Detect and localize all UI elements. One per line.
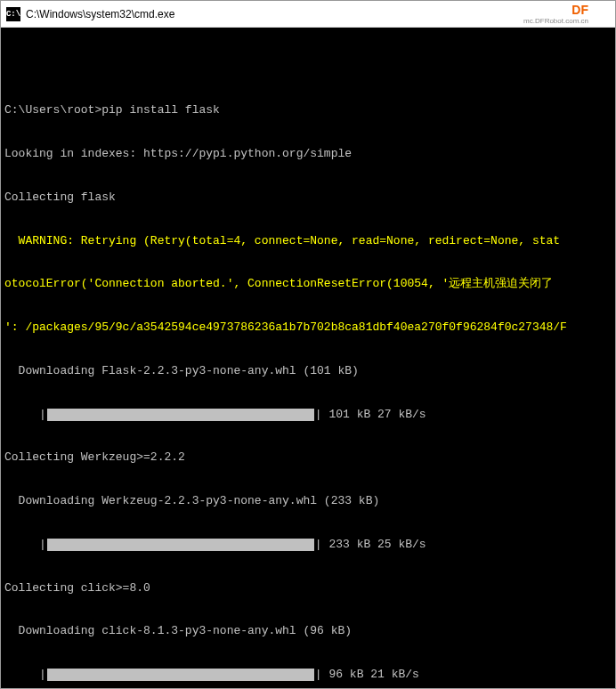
output-line: Looking in indexes: https://pypi.python.… (4, 147, 612, 161)
progress-text: 101 kB 27 kB/s (322, 408, 426, 422)
output-line: Downloading Werkzeug-2.2.3-py3-none-any.… (4, 494, 612, 508)
watermark-df: DF (523, 3, 588, 17)
output-line: Collecting Werkzeug>=2.2.2 (4, 450, 612, 465)
progress-row: | | 233 kB 25 kB/s (4, 538, 612, 552)
blank-line (4, 61, 612, 75)
cmd-window: C:\ C:\Windows\system32\cmd.exe DF mc.DF… (0, 0, 616, 689)
progress-pipe: | (315, 668, 322, 682)
progress-indent: | (4, 668, 46, 682)
progress-indent: | (4, 538, 46, 552)
progress-bar (47, 409, 314, 421)
warning-line: ': /packages/95/9c/a3542594ce4973786236a… (4, 320, 612, 335)
output-line: Downloading click-8.1.3-py3-none-any.whl… (4, 624, 612, 638)
cmd-icon: C:\ (6, 7, 20, 21)
progress-text: 233 kB 25 kB/s (322, 538, 426, 552)
output-line: Collecting flask (4, 190, 612, 205)
prompt-line: C:\Users\root>pip install flask (4, 103, 612, 118)
watermark-url: mc.DFRobot.com.cn (523, 17, 588, 25)
watermark: DF mc.DFRobot.com.cn (523, 3, 588, 25)
progress-pipe: | (315, 408, 322, 422)
window-title: C:\Windows\system32\cmd.exe (26, 8, 174, 20)
progress-text: 96 kB 21 kB/s (322, 668, 419, 682)
output-line: Collecting click>=8.0 (4, 581, 612, 596)
warning-line: WARNING: Retrying (Retry(total=4, connec… (4, 234, 612, 248)
progress-row: | | 96 kB 21 kB/s (4, 668, 612, 682)
progress-pipe: | (315, 538, 322, 552)
progress-row: | | 101 kB 27 kB/s (4, 408, 612, 422)
progress-bar (47, 539, 314, 551)
terminal-output[interactable]: C:\Users\root>pip install flask Looking … (1, 28, 615, 688)
output-line: Downloading Flask-2.2.3-py3-none-any.whl… (4, 364, 612, 378)
titlebar[interactable]: C:\ C:\Windows\system32\cmd.exe DF mc.DF… (1, 1, 615, 28)
warning-line: otocolError('Connection aborted.', Conne… (4, 277, 612, 291)
progress-indent: | (4, 408, 46, 422)
progress-bar (47, 669, 314, 681)
